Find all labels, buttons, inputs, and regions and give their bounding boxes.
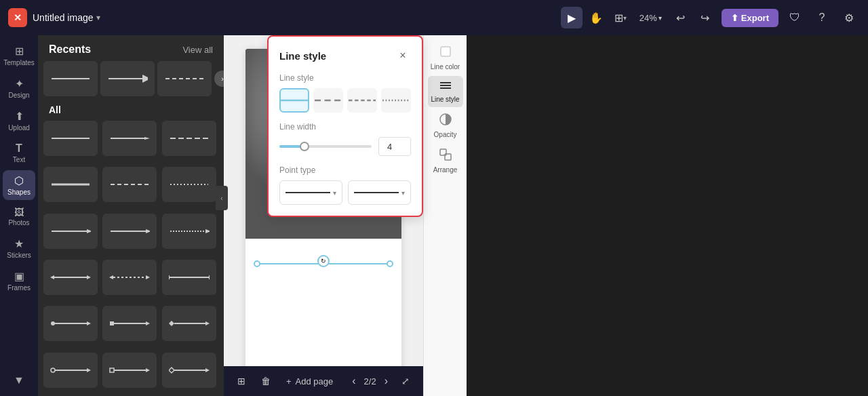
add-page-button[interactable]: + Add page — [281, 374, 338, 389]
svg-marker-36 — [87, 368, 91, 372]
recent-shape-1[interactable] — [43, 61, 98, 96]
sidebar-item-label: Stickers — [7, 252, 31, 259]
export-button[interactable]: ⬆ Export — [722, 9, 778, 27]
point-type-sublabel: Point type — [279, 165, 411, 175]
shape-item[interactable] — [162, 167, 216, 202]
shape-item[interactable] — [162, 260, 216, 295]
shape-item[interactable] — [102, 353, 157, 388]
frames-icon: ▣ — [14, 270, 24, 283]
svg-marker-19 — [109, 275, 113, 279]
line-style-solid[interactable] — [279, 88, 309, 113]
select-tool-button[interactable]: ▶ — [561, 7, 583, 28]
view-all-button[interactable]: View all — [182, 45, 213, 55]
shape-item[interactable] — [43, 260, 98, 295]
undo-button[interactable]: ↩ — [670, 7, 692, 28]
right-icon-arrange[interactable]: Arrange — [428, 144, 463, 178]
right-icon-line-color[interactable]: Line color — [428, 41, 463, 75]
shape-item[interactable] — [102, 121, 157, 156]
sidebar-item-photos[interactable]: 🖼 Photos — [3, 203, 35, 231]
line-handle-right[interactable] — [387, 260, 393, 267]
width-input[interactable] — [378, 137, 411, 156]
line-rotate-handle[interactable]: ↻ — [317, 255, 330, 267]
sidebar-item-stickers[interactable]: ★ Stickers — [3, 233, 35, 263]
right-icon-label: Line style — [431, 96, 459, 103]
shape-item[interactable] — [162, 121, 216, 156]
recent-shape-3[interactable] — [157, 61, 212, 96]
add-page-label: Add page — [296, 376, 334, 387]
sidebar-item-frames[interactable]: ▣ Frames — [3, 266, 35, 296]
sidebar-item-upload[interactable]: ⬆ Upload — [3, 106, 35, 136]
zoom-control[interactable]: 24% ▾ — [634, 10, 667, 26]
prev-page-button[interactable]: ‹ — [349, 372, 358, 390]
right-icon-opacity[interactable]: Opacity — [428, 108, 463, 142]
shape-item[interactable] — [162, 214, 216, 249]
redo-button[interactable]: ↪ — [694, 7, 716, 28]
dropdown-chevron-icon: ▾ — [333, 189, 336, 197]
elements-panel: Recents View all › All — [38, 35, 224, 396]
svg-marker-15 — [205, 229, 210, 233]
shape-item[interactable] — [102, 214, 157, 249]
delete-page-button[interactable]: 🗑 — [256, 372, 275, 391]
svg-marker-33 — [205, 321, 210, 325]
svg-rect-28 — [110, 321, 114, 325]
panel-collapse-toggle[interactable]: ‹ — [216, 186, 228, 210]
title-dropdown-icon[interactable]: ▾ — [96, 13, 100, 22]
arrange-icon — [439, 148, 452, 165]
line-style-dotted[interactable] — [381, 88, 411, 113]
point-start-dropdown[interactable]: ▾ — [279, 180, 342, 205]
zoom-value: 24% — [639, 13, 657, 23]
shape-item[interactable] — [43, 214, 98, 249]
line-style-dashed-wide[interactable] — [313, 88, 343, 113]
right-icon-line-style[interactable]: Line style — [428, 76, 463, 107]
pan-tool-button[interactable]: ✋ — [585, 7, 607, 28]
shape-item[interactable] — [43, 167, 98, 202]
dropdown-chevron-icon: ▾ — [401, 189, 405, 197]
document-title[interactable]: Untitled image ▾ — [33, 12, 100, 23]
help-icon-button[interactable]: ? — [811, 7, 833, 28]
right-icon-label: Arrange — [433, 166, 458, 174]
sidebar-item-shapes[interactable]: ⬡ Shapes — [3, 170, 35, 200]
recents-arrow-button[interactable]: › — [214, 71, 224, 87]
photos-icon: 🖼 — [14, 207, 24, 218]
recent-shape-2[interactable] — [100, 61, 155, 96]
svg-marker-27 — [87, 321, 91, 325]
toolbar-tools: ▶ ✋ ⊞ ▾ 24% ▾ ↩ ↪ — [561, 7, 716, 28]
settings-icon-button[interactable]: ⚙ — [838, 7, 860, 28]
shape-item[interactable] — [162, 353, 216, 388]
fullscreen-button[interactable]: ⤢ — [396, 372, 415, 391]
sidebar-item-templates[interactable]: ⊞ Templates — [3, 41, 35, 71]
line-handle-left[interactable] — [254, 260, 260, 267]
shield-icon-button[interactable]: 🛡 — [784, 7, 806, 28]
shape-item[interactable] — [102, 260, 157, 295]
next-page-button[interactable]: › — [382, 372, 391, 390]
shape-item[interactable] — [43, 306, 98, 341]
point-end-dropdown[interactable]: ▾ — [348, 180, 411, 205]
add-page-icon: + — [286, 376, 292, 387]
svg-rect-50 — [441, 47, 450, 56]
svg-marker-42 — [205, 368, 210, 372]
svg-marker-5 — [144, 137, 150, 140]
document-title-text: Untitled image — [33, 12, 94, 23]
svg-marker-18 — [87, 275, 91, 279]
frame-tool-button[interactable]: ⊞ ▾ — [610, 7, 631, 28]
sidebar-item-more[interactable]: ▼ — [3, 370, 35, 391]
shape-item[interactable] — [43, 121, 98, 156]
shape-item[interactable] — [162, 306, 216, 341]
line-style-dashed[interactable] — [347, 88, 377, 113]
right-icon-label: Opacity — [434, 131, 457, 138]
shape-item[interactable] — [102, 306, 157, 341]
svg-marker-16 — [50, 275, 54, 279]
svg-marker-30 — [146, 321, 150, 325]
shape-item[interactable] — [43, 353, 98, 388]
grid-view-button[interactable]: ⊞ — [232, 372, 251, 391]
toolbar-right: ⬆ Export 🛡 ? ⚙ — [722, 7, 860, 28]
shape-item[interactable] — [102, 167, 157, 202]
sidebar-item-text[interactable]: T Text — [3, 138, 35, 167]
svg-rect-37 — [110, 368, 114, 372]
line-style-close-button[interactable]: × — [395, 47, 411, 64]
svg-point-25 — [51, 321, 55, 325]
line-width-section: Line width — [279, 122, 411, 156]
width-slider[interactable] — [279, 145, 372, 148]
dd-line-icon — [285, 192, 330, 193]
sidebar-item-design[interactable]: ✦ Design — [3, 73, 35, 103]
